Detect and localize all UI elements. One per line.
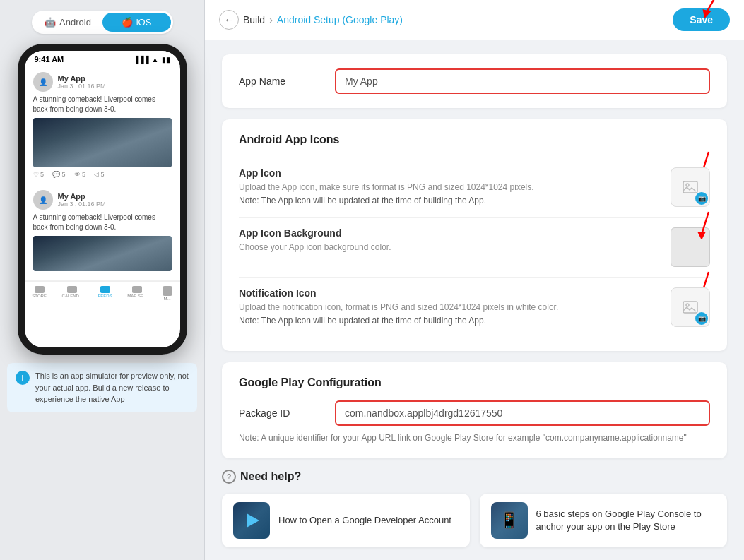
feed-actions: ♡ 5 💬 5 👁 5 ◁ 5 (33, 171, 172, 178)
app-icon-title: App Icon (239, 167, 663, 179)
more-icon (163, 286, 172, 296)
package-id-row: Package ID (239, 400, 710, 426)
app-name-label: App Name (239, 76, 324, 87)
app-icon-upload-wrap: 📷 (671, 167, 710, 207)
help-card-text-2: 6 basic steps on Google Play Console to … (536, 508, 716, 533)
app-icon-bg-desc: Choose your App icon background color. (239, 241, 663, 254)
comment-action[interactable]: 💬 5 (52, 171, 66, 178)
view-action[interactable]: 👁 5 (74, 171, 86, 178)
android-icons-card: Android App Icons App Icon Upload the Ap… (222, 119, 727, 351)
arrow-annotation (691, 210, 716, 242)
notification-icon-desc: Upload the notification icon, format is … (239, 301, 663, 314)
breadcrumb-current: Android Setup (Google Play) (277, 14, 403, 25)
phone-screen: 9:41 AM ▐▐▐ ▲ ▮▮ 👤 My App Jan 3 , 01:16 … (25, 51, 180, 347)
app-name-input[interactable] (335, 68, 710, 94)
save-btn-wrap: Save (673, 8, 730, 31)
camera-badge: 📷 (695, 312, 708, 325)
svg-point-11 (686, 304, 689, 306)
platform-toggle: 🤖 Android 🍎 iOS (32, 11, 173, 34)
apple-icon: 🍎 (122, 17, 133, 28)
notification-icon-upload-button[interactable]: 📷 (671, 287, 710, 327)
feed-date: Jan 3 , 01:16 PM (58, 201, 106, 208)
android-icon: 🤖 (45, 17, 56, 28)
feeds-icon (100, 286, 110, 293)
svg-line-6 (702, 212, 709, 234)
android-icons-title: Android App Icons (239, 133, 710, 146)
map-icon (132, 286, 142, 293)
avatar: 👤 (33, 190, 53, 210)
svg-marker-7 (697, 232, 706, 239)
crowd-image (33, 118, 172, 167)
main-content: App Name Android App Icons App Icon Uplo… (205, 40, 744, 560)
feed-date: Jan 3 , 01:16 PM (58, 83, 106, 90)
feed-image (33, 236, 172, 271)
nav-store[interactable]: STORE (32, 286, 47, 301)
package-id-input[interactable] (335, 400, 710, 426)
app-icon-bg-upload-wrap (671, 227, 710, 267)
phone-mockup: 9:41 AM ▐▐▐ ▲ ▮▮ 👤 My App Jan 3 , 01:16 … (18, 44, 187, 355)
app-icon-bg-info: App Icon Background Choose your App icon… (239, 227, 663, 254)
need-help-title: ? Need help? (222, 470, 727, 484)
back-button[interactable]: ← (219, 10, 239, 30)
battery-icon: ▮▮ (162, 56, 170, 64)
help-icon: ? (222, 470, 236, 484)
phone-status-bar: 9:41 AM ▐▐▐ ▲ ▮▮ (25, 51, 180, 66)
app-icon-desc: Upload the App icon, make sure its forma… (239, 181, 663, 193)
notification-icon-upload-wrap: 📷 (671, 287, 710, 327)
top-nav: ← Build › Android Setup (Google Play) Sa… (205, 0, 744, 40)
svg-marker-1 (700, 9, 711, 20)
left-panel: 🤖 Android 🍎 iOS 9:41 AM ▐▐▐ ▲ ▮▮ 👤 (0, 0, 205, 560)
breadcrumb: ← Build › Android Setup (Google Play) (219, 10, 403, 30)
app-icon-info: App Icon Upload the App icon, make sure … (239, 167, 663, 205)
store-icon (35, 286, 45, 293)
like-action[interactable]: ♡ 5 (33, 171, 45, 178)
notification-icon-note: Note: The App icon will be updated at th… (239, 316, 663, 326)
notification-icon-title: Notification Icon (239, 287, 663, 299)
help-thumb-1 (233, 502, 270, 539)
notification-icon-info: Notification Icon Upload the notificatio… (239, 287, 663, 326)
breadcrumb-separator: › (269, 14, 273, 25)
google-play-card: Google Play Configuration Package ID Not… (222, 362, 727, 458)
nav-more[interactable]: M... (163, 286, 172, 301)
feed-header: 👤 My App Jan 3 , 01:16 PM (33, 72, 172, 92)
signal-icon: ▐▐▐ (134, 56, 148, 64)
notification-icon-row: Notification Icon Upload the notificatio… (239, 278, 710, 337)
app-icon-bg-row: App Icon Background Choose your App icon… (239, 218, 710, 278)
camera-badge: 📷 (695, 192, 708, 205)
feed-header: 👤 My App Jan 3 , 01:16 PM (33, 190, 172, 210)
info-banner: i This is an app simulator for preview o… (7, 363, 197, 412)
package-id-note: Note: A unique identifier for your App U… (239, 431, 710, 444)
breadcrumb-build: Build (243, 14, 265, 25)
help-card-developer-account[interactable]: How to Open a Google Developer Account (222, 494, 470, 547)
help-card-text-1: How to Open a Google Developer Account (278, 514, 451, 527)
crowd-image (33, 236, 172, 271)
app-name-card: App Name (222, 54, 727, 108)
need-help-section: ? Need help? How to Open a Google Develo… (222, 470, 727, 547)
info-icon: i (16, 371, 30, 385)
phone-thumb-icon: 📱 (500, 511, 519, 530)
info-text: This is an app simulator for preview onl… (35, 370, 189, 405)
calendar-icon (67, 286, 77, 293)
feed-text: A stunning comeback! Liverpool comes bac… (33, 213, 172, 232)
feed-text: A stunning comeback! Liverpool comes bac… (33, 95, 172, 114)
share-action[interactable]: ◁ 5 (94, 171, 105, 178)
app-icon-upload-button[interactable]: 📷 (671, 167, 710, 207)
help-card-play-console[interactable]: 📱 6 basic steps on Google Play Console t… (480, 494, 728, 547)
nav-map[interactable]: MAP SE... (127, 286, 147, 301)
help-cards: How to Open a Google Developer Account 📱… (222, 494, 727, 547)
feed-item: 👤 My App Jan 3 , 01:16 PM A stunning com… (25, 66, 180, 184)
android-platform-btn[interactable]: 🤖 Android (34, 13, 102, 32)
nav-feeds[interactable]: FEEDS (98, 286, 112, 301)
status-icons: ▐▐▐ ▲ ▮▮ (134, 56, 170, 64)
nav-calendar[interactable]: CALEND... (62, 286, 83, 301)
feed-name: My App (58, 192, 106, 201)
feed-image (33, 118, 172, 167)
svg-point-5 (686, 184, 689, 186)
status-time: 9:41 AM (35, 55, 64, 64)
google-play-title: Google Play Configuration (239, 376, 710, 389)
wifi-icon: ▲ (152, 56, 159, 64)
package-id-label: Package ID (239, 407, 324, 419)
ios-platform-btn[interactable]: 🍎 iOS (102, 13, 171, 32)
app-name-row: App Name (239, 68, 710, 94)
feed-item: 👤 My App Jan 3 , 01:16 PM A stunning com… (25, 184, 180, 281)
